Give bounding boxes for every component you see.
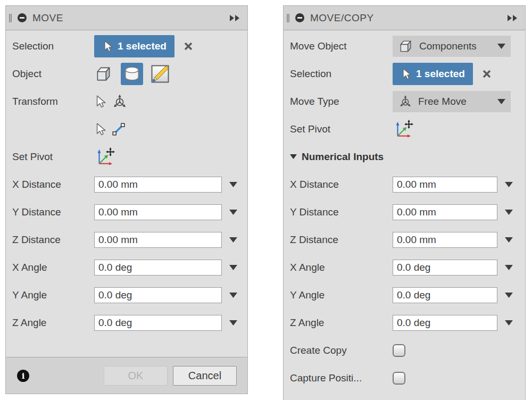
set-pivot-button[interactable] bbox=[393, 119, 414, 139]
triad-icon bbox=[398, 94, 413, 109]
chevron-down-icon[interactable] bbox=[505, 293, 513, 298]
z-angle-row: Z Angle bbox=[284, 309, 525, 337]
chevron-down-icon[interactable] bbox=[505, 320, 513, 326]
z-angle-input[interactable] bbox=[393, 315, 497, 331]
set-pivot-label: Set Pivot bbox=[290, 123, 393, 135]
z-distance-input[interactable] bbox=[94, 232, 222, 248]
collapse-icon[interactable] bbox=[17, 13, 27, 23]
cursor-icon bbox=[102, 40, 113, 53]
move-type-label: Move Type bbox=[290, 96, 393, 107]
chevron-down-icon[interactable] bbox=[505, 210, 513, 215]
z-distance-row: Z Distance bbox=[6, 226, 247, 254]
axes-pivot-icon bbox=[393, 119, 414, 139]
axes-pivot-icon bbox=[94, 147, 115, 167]
x-distance-input[interactable] bbox=[94, 177, 222, 193]
transform-row: Transform bbox=[6, 88, 247, 115]
z-distance-row: Z Distance bbox=[284, 226, 525, 254]
x-distance-input[interactable] bbox=[393, 177, 497, 193]
x-distance-row: X Distance bbox=[284, 171, 525, 198]
create-copy-label: Create Copy bbox=[290, 345, 393, 356]
x-angle-row: X Angle bbox=[284, 254, 525, 281]
cursor-icon bbox=[94, 122, 106, 136]
capture-position-row: Capture Positi... bbox=[284, 364, 525, 392]
chevron-down-icon[interactable] bbox=[229, 182, 237, 188]
dialog-title: MOVE bbox=[32, 12, 63, 24]
expand-double-arrow-icon[interactable] bbox=[229, 14, 241, 22]
x-angle-row: X Angle bbox=[6, 254, 247, 281]
transform-label: Transform bbox=[12, 96, 94, 107]
y-angle-row: Y Angle bbox=[284, 281, 525, 309]
move-object-label: Move Object bbox=[290, 40, 393, 52]
move-type-row: Move Type bbox=[284, 88, 525, 115]
selection-label: Selection bbox=[12, 40, 94, 52]
transform-free-move-button[interactable] bbox=[94, 93, 128, 110]
x-angle-input[interactable] bbox=[94, 260, 222, 276]
chevron-down-icon bbox=[497, 44, 505, 49]
cancel-button[interactable]: Cancel bbox=[173, 366, 237, 386]
selection-count-button[interactable]: 1 selected bbox=[393, 63, 473, 85]
drag-handle-icon[interactable] bbox=[287, 14, 289, 22]
numerical-inputs-group-header[interactable]: Numerical Inputs bbox=[284, 143, 525, 171]
z-distance-input[interactable] bbox=[393, 232, 497, 248]
y-distance-input[interactable] bbox=[94, 204, 222, 220]
chevron-down-icon[interactable] bbox=[229, 293, 237, 298]
selection-count-button[interactable]: 1 selected bbox=[94, 35, 174, 57]
cube-icon bbox=[398, 38, 414, 54]
info-icon[interactable]: i bbox=[16, 369, 30, 382]
capture-position-label: Capture Positi... bbox=[290, 372, 393, 384]
chevron-down-icon bbox=[497, 99, 505, 105]
object-label: Object bbox=[12, 68, 94, 80]
z-angle-input[interactable] bbox=[94, 315, 222, 331]
selection-row: Selection 1 selected bbox=[284, 60, 525, 88]
transform-row-2 bbox=[6, 115, 247, 143]
set-pivot-row: Set Pivot bbox=[284, 115, 525, 143]
y-angle-input[interactable] bbox=[393, 287, 497, 303]
chevron-down-icon[interactable] bbox=[229, 265, 237, 271]
move-object-row: Move Object Components bbox=[284, 32, 525, 60]
collapse-icon[interactable] bbox=[295, 13, 305, 23]
y-distance-row: Y Distance bbox=[6, 198, 247, 226]
clear-selection-icon[interactable] bbox=[183, 41, 194, 52]
triangle-down-icon bbox=[290, 154, 297, 160]
clear-selection-icon[interactable] bbox=[481, 69, 492, 79]
set-pivot-label: Set Pivot bbox=[12, 151, 94, 163]
y-distance-input[interactable] bbox=[393, 204, 497, 220]
cursor-icon bbox=[94, 95, 106, 109]
sketch-pencil-icon bbox=[151, 64, 170, 84]
chevron-down-icon[interactable] bbox=[229, 237, 237, 243]
selection-row: Selection 1 selected bbox=[6, 32, 247, 60]
chevron-down-icon[interactable] bbox=[229, 210, 237, 215]
chevron-down-icon[interactable] bbox=[505, 182, 513, 188]
move-type-dropdown[interactable]: Free Move bbox=[393, 91, 511, 112]
move-dialog-titlebar: MOVE bbox=[6, 6, 247, 30]
x-distance-row: X Distance bbox=[6, 171, 247, 198]
expand-double-arrow-icon[interactable] bbox=[507, 14, 519, 22]
capture-position-checkbox[interactable] bbox=[393, 372, 405, 385]
object-row: Object bbox=[6, 60, 247, 88]
transform-point-to-point-button[interactable] bbox=[94, 122, 126, 137]
y-distance-row: Y Distance bbox=[284, 198, 525, 226]
dialog-title: MOVE/COPY bbox=[310, 12, 374, 24]
ok-button[interactable]: OK bbox=[104, 366, 168, 386]
line-segment-icon bbox=[111, 122, 126, 137]
object-sketch-button[interactable] bbox=[151, 64, 170, 84]
triad-icon bbox=[111, 93, 128, 110]
cylinder-icon bbox=[123, 65, 141, 82]
z-angle-row: Z Angle bbox=[6, 309, 247, 337]
dialog-footer: i OK Cancel bbox=[6, 357, 247, 394]
create-copy-checkbox[interactable] bbox=[393, 344, 405, 357]
drag-handle-icon[interactable] bbox=[9, 14, 12, 22]
set-pivot-button[interactable] bbox=[94, 147, 115, 167]
y-angle-input[interactable] bbox=[94, 287, 222, 303]
move-object-dropdown[interactable]: Components bbox=[393, 36, 511, 57]
cursor-icon bbox=[401, 68, 411, 80]
chevron-down-icon[interactable] bbox=[505, 265, 513, 271]
object-body-button[interactable] bbox=[94, 64, 113, 84]
object-component-button[interactable] bbox=[121, 63, 143, 85]
chevron-down-icon[interactable] bbox=[229, 320, 237, 326]
chevron-down-icon[interactable] bbox=[505, 237, 513, 243]
y-angle-row: Y Angle bbox=[6, 281, 247, 309]
svg-text:i: i bbox=[22, 371, 25, 381]
move-copy-dialog-titlebar: MOVE/COPY bbox=[284, 6, 525, 30]
x-angle-input[interactable] bbox=[393, 260, 497, 276]
